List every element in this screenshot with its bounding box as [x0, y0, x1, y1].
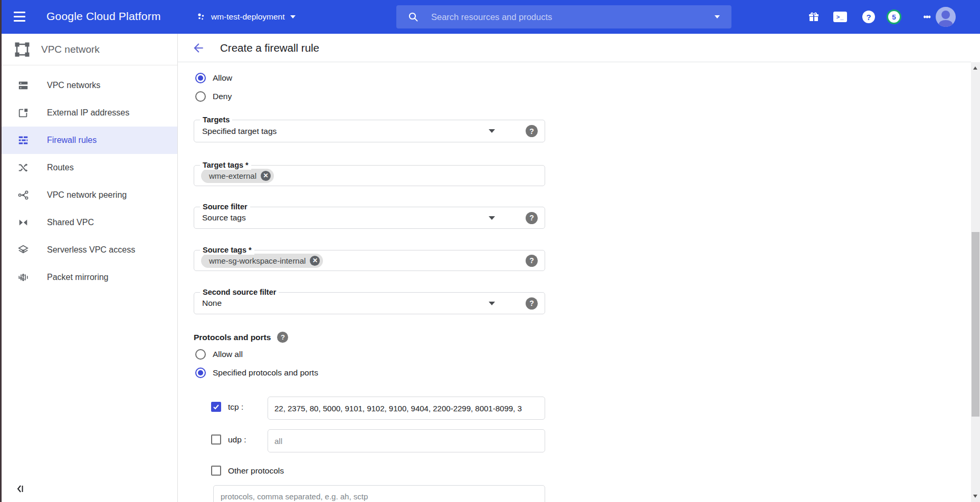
more-options-icon[interactable] — [924, 15, 931, 20]
target-tags-label: Target tags * — [200, 161, 251, 170]
action-deny-option[interactable]: Deny — [195, 91, 232, 102]
sidebar-item-shared-vpc[interactable]: Shared VPC — [0, 209, 177, 236]
sidebar-item-vpc-network-peering[interactable]: VPC network peering — [0, 181, 177, 209]
vpc-network-logo-icon — [15, 42, 30, 57]
target-tag-chip: wme-external ✕ — [201, 169, 274, 183]
source-filter-select[interactable]: Source filter Source tags ? — [194, 207, 545, 229]
second-source-filter-select[interactable]: Second source filter None ? — [194, 292, 545, 314]
window-edge — [0, 0, 2, 502]
scrollbar-thumb[interactable] — [972, 232, 979, 417]
firewall-rules-icon — [17, 134, 30, 146]
tcp-row: tcp : — [211, 402, 243, 412]
target-tags-input[interactable]: Target tags * wme-external ✕ — [194, 165, 545, 186]
main-content: Create a firewall rule Allow Deny Target… — [178, 34, 980, 502]
search-bar[interactable]: Search resources and products — [396, 5, 731, 28]
source-filter-help-icon[interactable]: ? — [526, 212, 538, 224]
protocols-help-icon[interactable]: ? — [277, 332, 288, 343]
tcp-label: tcp : — [228, 402, 243, 412]
specified-protocols-option[interactable]: Specified protocols and ports — [195, 368, 318, 378]
serverless-vpc-access-icon — [17, 244, 30, 256]
second-source-filter-label: Second source filter — [200, 288, 279, 297]
sidebar-title: VPC network — [41, 44, 100, 55]
allow-all-option[interactable]: Allow all — [195, 349, 243, 360]
remove-target-tag-icon[interactable]: ✕ — [261, 171, 271, 181]
targets-value: Specified target tags — [202, 127, 277, 136]
brand-title[interactable]: Google Cloud Platform — [46, 10, 161, 23]
sidebar-header: VPC network — [0, 34, 177, 65]
second-source-filter-caret-icon[interactable] — [489, 302, 495, 305]
targets-label: Targets — [200, 115, 232, 124]
notifications-badge[interactable]: 5 — [887, 9, 901, 24]
hamburger-menu-icon[interactable] — [14, 12, 25, 22]
vpc-networks-icon — [17, 80, 30, 91]
targets-help-icon[interactable]: ? — [526, 125, 538, 137]
source-filter-value: Source tags — [202, 213, 246, 223]
udp-row: udp : — [211, 435, 246, 445]
page-header: Create a firewall rule — [178, 34, 971, 62]
targets-caret-icon[interactable] — [489, 129, 495, 133]
tcp-checkbox[interactable] — [211, 402, 221, 412]
search-placeholder: Search resources and products — [431, 12, 715, 22]
project-selector[interactable]: wm-test-deployment — [196, 0, 296, 34]
project-icon — [196, 12, 206, 22]
deny-radio[interactable] — [195, 91, 206, 102]
allow-all-radio[interactable] — [195, 349, 206, 360]
free-trial-gift-icon[interactable] — [807, 11, 820, 23]
account-avatar[interactable] — [936, 7, 956, 27]
other-protocols-row: Other protocols — [211, 466, 284, 476]
source-tags-help-icon[interactable]: ? — [526, 255, 538, 267]
specified-protocols-radio[interactable] — [195, 368, 206, 378]
udp-checkbox[interactable] — [211, 435, 221, 445]
sidebar-item-firewall-rules[interactable]: Firewall rules — [0, 127, 177, 154]
routes-icon — [17, 162, 30, 173]
sidebar-item-routes[interactable]: Routes — [0, 154, 177, 181]
notification-count: 5 — [887, 9, 901, 24]
source-tags-input[interactable]: Source tags * wme-sg-workspace-internal … — [194, 250, 545, 271]
project-name: wm-test-deployment — [211, 12, 285, 22]
cloud-shell-icon[interactable]: >_ — [833, 12, 847, 22]
source-filter-caret-icon[interactable] — [489, 216, 495, 220]
back-arrow-icon[interactable] — [192, 41, 205, 55]
project-caret-icon — [290, 15, 296, 18]
scroll-up-icon[interactable] — [973, 66, 977, 70]
page-title: Create a firewall rule — [220, 42, 319, 54]
search-caret-icon[interactable] — [715, 15, 720, 18]
source-filter-label: Source filter — [200, 202, 250, 211]
action-allow-option[interactable]: Allow — [195, 73, 232, 83]
vertical-scrollbar[interactable] — [971, 62, 980, 502]
other-protocols-label: Other protocols — [228, 466, 284, 476]
sidebar-item-serverless-vpc-access[interactable]: Serverless VPC access — [0, 236, 177, 264]
sidebar-item-external-ip-addresses[interactable]: External IP addresses — [0, 99, 177, 127]
sidebar: VPC network VPC networks External IP add… — [0, 34, 178, 502]
tcp-ports-input[interactable] — [268, 397, 545, 420]
udp-ports-input[interactable] — [268, 429, 545, 452]
sidebar-item-vpc-networks[interactable]: VPC networks — [0, 72, 177, 99]
protocols-and-ports-heading: Protocols and ports ? — [194, 332, 288, 343]
search-icon — [408, 12, 418, 22]
second-source-filter-help-icon[interactable]: ? — [526, 297, 538, 310]
source-tags-label: Source tags * — [200, 246, 254, 255]
udp-label: udp : — [228, 435, 246, 445]
topbar: Google Cloud Platform wm-test-deployment… — [0, 0, 980, 34]
app-root: Google Cloud Platform wm-test-deployment… — [0, 0, 980, 502]
allow-radio[interactable] — [195, 73, 206, 83]
help-icon[interactable]: ? — [862, 11, 875, 23]
external-ip-icon — [17, 107, 30, 119]
sidebar-collapse-icon[interactable] — [16, 484, 25, 494]
sidebar-nav: VPC networks External IP addresses Firew… — [0, 72, 177, 291]
vpc-network-peering-icon — [17, 189, 30, 201]
remove-source-tag-icon[interactable]: ✕ — [310, 256, 320, 266]
scroll-down-icon[interactable] — [973, 495, 977, 498]
second-source-filter-value: None — [202, 298, 222, 308]
other-protocols-checkbox[interactable] — [211, 466, 221, 476]
shared-vpc-icon — [17, 217, 30, 228]
sidebar-item-packet-mirroring[interactable]: Packet mirroring — [0, 264, 177, 291]
other-protocols-input[interactable] — [213, 485, 545, 502]
targets-select[interactable]: Targets Specified target tags ? — [194, 120, 545, 142]
packet-mirroring-icon — [17, 272, 30, 283]
source-tag-chip: wme-sg-workspace-internal ✕ — [201, 254, 323, 268]
